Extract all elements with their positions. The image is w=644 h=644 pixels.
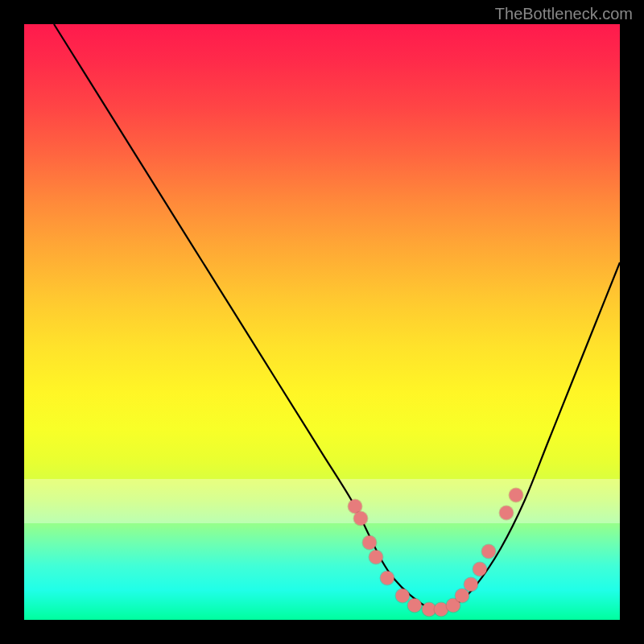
chart-plot-area: [24, 24, 620, 620]
highlight-dot: [464, 577, 478, 591]
highlight-dot: [473, 563, 487, 576]
highlight-dots: [24, 24, 620, 620]
highlight-dot: [363, 535, 377, 549]
highlight-dot: [509, 488, 522, 502]
highlight-dot: [500, 506, 514, 519]
highlight-dot: [482, 544, 496, 558]
highlight-dot: [381, 572, 394, 585]
highlight-dot: [369, 551, 382, 564]
highlight-dot: [354, 512, 368, 526]
highlight-dot: [455, 589, 469, 603]
attribution-text: TheBottleneck.com: [495, 5, 633, 23]
highlight-dot: [395, 589, 409, 603]
highlight-dot: [407, 598, 421, 612]
